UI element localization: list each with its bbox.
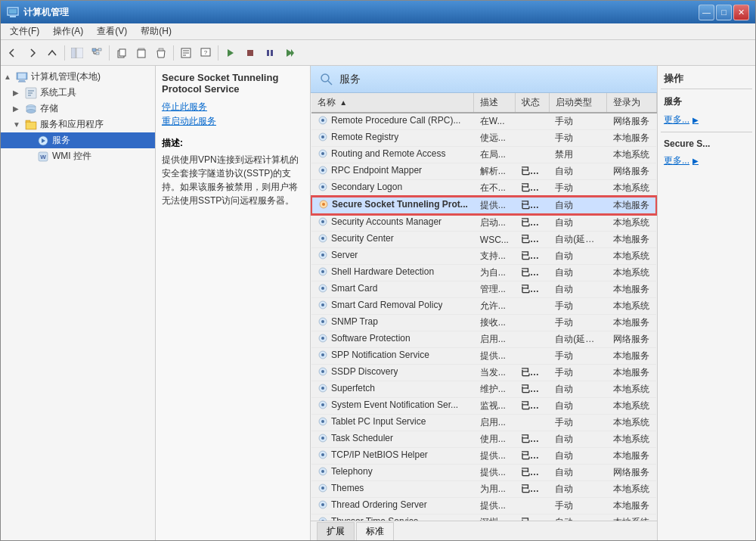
svg-line-47 (328, 81, 332, 85)
ops-more-services-arrow: ▶ (692, 116, 699, 124)
menu-view[interactable]: 查看(V) (91, 23, 133, 39)
service-desc-cell: 接收... (474, 315, 515, 331)
svg-rect-24 (267, 50, 269, 56)
forward-button[interactable] (23, 44, 42, 62)
col-header-desc[interactable]: 描述 (474, 93, 515, 113)
service-startup-cell: 手动 (549, 180, 606, 197)
table-row[interactable]: SSDP Discovery当发...已启动手动本地服务 (311, 365, 656, 381)
service-login-cell: 本地服务 (607, 197, 656, 214)
svg-rect-4 (76, 48, 83, 58)
ops-more-secure[interactable]: 更多... ▶ (661, 152, 752, 169)
table-row[interactable]: Superfetch维护...已启动自动本地系统 (311, 381, 656, 398)
table-row[interactable]: Security Accounts Manager启动...已启动自动本地系统 (311, 214, 656, 232)
col-header-name[interactable]: 名称 ▲ (311, 93, 474, 113)
service-startup-cell: 自动 (549, 398, 606, 415)
svg-rect-5 (92, 48, 96, 51)
tab-expand[interactable]: 扩展 (317, 522, 355, 540)
service-icon (318, 433, 328, 443)
service-status-cell: 已启动 (515, 281, 549, 298)
service-startup-cell: 手动 (549, 130, 606, 147)
service-login-cell: 网络服务 (607, 163, 656, 180)
table-row[interactable]: SNMP Trap接收...手动本地服务 (311, 315, 656, 331)
svg-rect-29 (18, 73, 26, 79)
col-header-startup[interactable]: 启动类型 (549, 93, 606, 113)
service-desc-cell: 启动... (474, 214, 515, 232)
table-row[interactable]: RPC Endpoint Mapper解析...已启动自动网络服务 (311, 163, 656, 180)
table-row[interactable]: Shell Hardware Detection为自...已启动自动本地系统 (311, 265, 656, 281)
service-login-cell: 本地系统 (607, 214, 656, 232)
service-status-cell (515, 498, 549, 515)
stop-button[interactable] (241, 44, 259, 62)
table-row[interactable]: Secondary Logon在不...已启动手动本地系统 (311, 180, 656, 197)
service-icon (318, 233, 328, 244)
help-button[interactable]: ? (197, 44, 215, 62)
tree-button[interactable] (88, 44, 106, 62)
stop-service-link[interactable]: 停止此服务 (162, 101, 304, 113)
close-button[interactable]: ✕ (733, 5, 749, 20)
table-row[interactable]: Smart Card管理...已启动自动本地服务 (311, 281, 656, 298)
table-row[interactable]: Smart Card Removal Policy允许...手动本地系统 (311, 298, 656, 315)
tree-toggle-services-apps: ▼ (13, 120, 25, 129)
maximize-button[interactable]: □ (716, 5, 732, 20)
restart-button[interactable] (280, 44, 299, 62)
delete-button[interactable] (152, 44, 170, 62)
table-row[interactable]: Security CenterWSC...已启动自动(延迟...本地服务 (311, 232, 656, 248)
col-header-status[interactable]: 状态 (515, 93, 549, 113)
table-row[interactable]: Routing and Remote Access在局...禁用本地系统 (311, 147, 656, 163)
svg-point-85 (321, 420, 324, 423)
minimize-button[interactable]: — (699, 5, 714, 20)
table-row[interactable]: Thyssor Time Service深圳...已启动自动本地系统 (311, 515, 656, 521)
tree-services-apps[interactable]: ▼ 服务和应用程序 (1, 117, 155, 132)
table-row[interactable]: Thread Ordering Server提供...手动本地服务 (311, 498, 656, 515)
paste-button[interactable] (132, 44, 150, 62)
service-desc-cell: 提供... (474, 465, 515, 481)
properties-button[interactable] (177, 44, 195, 62)
table-row[interactable]: Remote Procedure Call (RPC)...在W...手动网络服… (311, 113, 656, 130)
play-button[interactable] (222, 44, 240, 62)
service-login-cell: 本地系统 (607, 431, 656, 448)
menu-file[interactable]: 文件(F) (4, 23, 45, 39)
menu-help[interactable]: 帮助(H) (135, 23, 178, 39)
table-row[interactable]: Tablet PC Input Service启用...手动本地系统 (311, 415, 656, 431)
table-row[interactable]: Themes为用...已启动自动本地系统 (311, 481, 656, 498)
storage-icon (25, 103, 37, 115)
service-desc-cell: 提供... (474, 197, 515, 214)
tree-storage[interactable]: ▶ 存储 (1, 101, 155, 117)
service-status-cell: 已启动 (515, 265, 549, 281)
table-row[interactable]: Server支持...已启动自动本地系统 (311, 248, 656, 265)
tree-services[interactable]: 服务 (1, 132, 155, 148)
copy-button[interactable] (113, 44, 131, 62)
back-button[interactable] (4, 44, 22, 62)
table-row[interactable]: Task Scheduler使用...已启动自动本地系统 (311, 431, 656, 448)
tree-root[interactable]: ▲ 计算机管理(本地) (1, 69, 155, 85)
table-row[interactable]: Secure Socket Tunneling Prot...提供...已启动自… (311, 197, 656, 214)
svg-point-73 (321, 320, 324, 323)
col-header-login[interactable]: 登录为 (607, 93, 656, 113)
menu-action[interactable]: 操作(A) (47, 23, 89, 39)
table-row[interactable]: SPP Notification Service提供...手动本地服务 (311, 348, 656, 365)
service-name-cell: RPC Endpoint Mapper (331, 165, 422, 176)
tree-system-tools[interactable]: ▶ 系统工具 (1, 85, 155, 101)
service-startup-cell: 自动 (549, 214, 606, 232)
service-name-cell: Telephony (331, 466, 373, 477)
service-desc-cell: 监视... (474, 398, 515, 415)
restart-service-link[interactable]: 重启动此服务 (162, 115, 304, 128)
svg-rect-40 (26, 120, 30, 123)
pause-button[interactable] (261, 44, 279, 62)
tree-root-label: 计算机管理(本地) (31, 70, 101, 83)
table-row[interactable]: TCP/IP NetBIOS Helper提供...已启动自动本地服务 (311, 448, 656, 465)
table-row[interactable]: Software Protection启用...自动(延迟...网络服务 (311, 331, 656, 348)
window-icon (7, 6, 19, 18)
table-row[interactable]: System Event Notification Ser...监视...已启动… (311, 398, 656, 415)
table-row[interactable]: Telephony提供...已启动自动网络服务 (311, 465, 656, 481)
ops-more-services[interactable]: 更多... ▶ (661, 111, 752, 129)
service-name-cell: Remote Procedure Call (RPC)... (331, 115, 460, 126)
table-row[interactable]: Remote Registry使远...手动本地服务 (311, 130, 656, 147)
service-desc-cell: 在不... (474, 180, 515, 197)
tab-standard[interactable]: 标准 (356, 522, 394, 540)
show-hide-button[interactable] (68, 44, 86, 62)
up-button[interactable] (43, 44, 61, 62)
svg-text:W: W (40, 154, 46, 160)
svg-point-53 (321, 152, 324, 155)
tree-wmi[interactable]: W WMI 控件 (1, 148, 155, 164)
